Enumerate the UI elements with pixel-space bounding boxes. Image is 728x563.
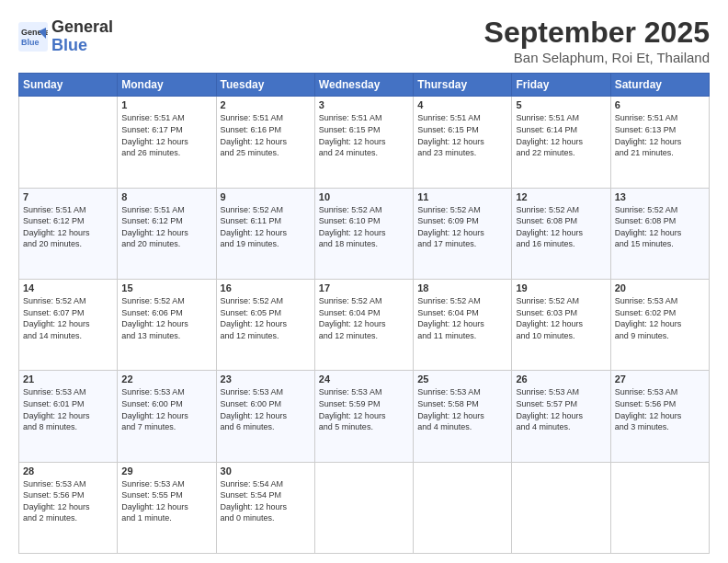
day-number: 15 [121, 282, 211, 293]
calendar-cell: 23Sunrise: 5:53 AM Sunset: 6:00 PM Dayli… [216, 371, 314, 462]
day-info: Sunrise: 5:51 AM Sunset: 6:15 PM Dayligh… [417, 112, 507, 158]
calendar-cell: 28Sunrise: 5:53 AM Sunset: 5:56 PM Dayli… [19, 462, 118, 553]
day-number: 6 [615, 99, 705, 110]
day-info: Sunrise: 5:52 AM Sunset: 6:10 PM Dayligh… [319, 204, 409, 250]
svg-rect-0 [18, 22, 48, 52]
day-number: 24 [319, 373, 409, 385]
day-number: 1 [121, 99, 211, 110]
calendar-cell: 27Sunrise: 5:53 AM Sunset: 5:56 PM Dayli… [610, 371, 709, 462]
day-info: Sunrise: 5:52 AM Sunset: 6:04 PM Dayligh… [417, 295, 507, 341]
calendar-week-4: 21Sunrise: 5:53 AM Sunset: 6:01 PM Dayli… [19, 371, 710, 462]
calendar-cell [610, 462, 709, 553]
day-number: 14 [23, 282, 113, 293]
col-wednesday: Wednesday [314, 74, 413, 97]
day-info: Sunrise: 5:52 AM Sunset: 6:08 PM Dayligh… [516, 204, 606, 250]
day-number: 2 [221, 99, 311, 110]
day-number: 8 [121, 191, 211, 202]
day-number: 16 [221, 282, 311, 293]
calendar-cell: 10Sunrise: 5:52 AM Sunset: 6:10 PM Dayli… [314, 188, 413, 279]
day-info: Sunrise: 5:51 AM Sunset: 6:17 PM Dayligh… [121, 112, 211, 158]
day-number: 3 [319, 99, 409, 110]
calendar-cell: 19Sunrise: 5:52 AM Sunset: 6:03 PM Dayli… [512, 280, 610, 371]
day-info: Sunrise: 5:51 AM Sunset: 6:12 PM Dayligh… [23, 204, 113, 250]
calendar-cell: 21Sunrise: 5:53 AM Sunset: 6:01 PM Dayli… [19, 371, 118, 462]
calendar-cell: 14Sunrise: 5:52 AM Sunset: 6:07 PM Dayli… [19, 280, 118, 371]
calendar-cell: 26Sunrise: 5:53 AM Sunset: 5:57 PM Dayli… [512, 371, 610, 462]
calendar-cell: 8Sunrise: 5:51 AM Sunset: 6:12 PM Daylig… [118, 188, 216, 279]
header: General Blue General Blue September 2025… [18, 15, 710, 65]
calendar-cell [19, 97, 118, 188]
calendar-week-2: 7Sunrise: 5:51 AM Sunset: 6:12 PM Daylig… [19, 188, 710, 279]
day-info: Sunrise: 5:51 AM Sunset: 6:14 PM Dayligh… [516, 112, 606, 158]
day-number: 25 [417, 373, 507, 385]
day-number: 29 [121, 465, 211, 477]
day-info: Sunrise: 5:51 AM Sunset: 6:12 PM Dayligh… [121, 204, 211, 250]
day-number: 4 [417, 99, 507, 110]
calendar-cell: 25Sunrise: 5:53 AM Sunset: 5:58 PM Dayli… [414, 371, 512, 462]
calendar-cell: 6Sunrise: 5:51 AM Sunset: 6:13 PM Daylig… [610, 97, 709, 188]
calendar-header-row: Sunday Monday Tuesday Wednesday Thursday… [19, 74, 710, 97]
calendar-cell: 29Sunrise: 5:53 AM Sunset: 5:55 PM Dayli… [118, 462, 216, 553]
day-number: 20 [615, 282, 705, 293]
calendar-week-5: 28Sunrise: 5:53 AM Sunset: 5:56 PM Dayli… [19, 462, 710, 553]
calendar-cell: 18Sunrise: 5:52 AM Sunset: 6:04 PM Dayli… [414, 280, 512, 371]
day-number: 7 [23, 191, 113, 202]
day-number: 10 [319, 191, 409, 202]
calendar-week-1: 1Sunrise: 5:51 AM Sunset: 6:17 PM Daylig… [19, 97, 710, 188]
day-number: 19 [516, 282, 606, 293]
day-number: 13 [615, 191, 705, 202]
col-thursday: Thursday [414, 74, 512, 97]
page: General Blue General Blue September 2025… [0, 0, 728, 563]
calendar: Sunday Monday Tuesday Wednesday Thursday… [18, 73, 710, 554]
calendar-cell: 20Sunrise: 5:53 AM Sunset: 6:02 PM Dayli… [610, 280, 709, 371]
day-number: 23 [221, 373, 311, 385]
day-info: Sunrise: 5:53 AM Sunset: 5:55 PM Dayligh… [121, 478, 211, 524]
day-number: 27 [615, 373, 705, 385]
logo-icon: General Blue [18, 22, 48, 52]
col-saturday: Saturday [610, 74, 709, 97]
calendar-cell [414, 462, 512, 553]
logo-line1: General [51, 17, 113, 36]
logo-text: General Blue [51, 18, 113, 55]
calendar-cell: 9Sunrise: 5:52 AM Sunset: 6:11 PM Daylig… [216, 188, 314, 279]
calendar-cell: 11Sunrise: 5:52 AM Sunset: 6:09 PM Dayli… [414, 188, 512, 279]
month-title: September 2025 [484, 15, 710, 50]
col-friday: Friday [512, 74, 610, 97]
day-info: Sunrise: 5:53 AM Sunset: 5:57 PM Dayligh… [516, 386, 606, 432]
calendar-cell: 1Sunrise: 5:51 AM Sunset: 6:17 PM Daylig… [118, 97, 216, 188]
day-number: 17 [319, 282, 409, 293]
day-info: Sunrise: 5:52 AM Sunset: 6:08 PM Dayligh… [615, 204, 705, 250]
col-monday: Monday [118, 74, 216, 97]
day-info: Sunrise: 5:53 AM Sunset: 6:01 PM Dayligh… [23, 386, 113, 432]
day-number: 30 [221, 465, 311, 477]
day-number: 5 [516, 99, 606, 110]
day-number: 22 [121, 373, 211, 385]
day-info: Sunrise: 5:52 AM Sunset: 6:09 PM Dayligh… [417, 204, 507, 250]
col-sunday: Sunday [19, 74, 118, 97]
svg-text:Blue: Blue [21, 38, 40, 47]
day-info: Sunrise: 5:52 AM Sunset: 6:05 PM Dayligh… [221, 295, 311, 341]
calendar-cell: 5Sunrise: 5:51 AM Sunset: 6:14 PM Daylig… [512, 97, 610, 188]
logo: General Blue General Blue [18, 18, 113, 55]
calendar-cell: 16Sunrise: 5:52 AM Sunset: 6:05 PM Dayli… [216, 280, 314, 371]
day-info: Sunrise: 5:52 AM Sunset: 6:04 PM Dayligh… [319, 295, 409, 341]
calendar-cell [314, 462, 413, 553]
day-info: Sunrise: 5:53 AM Sunset: 6:00 PM Dayligh… [221, 386, 311, 432]
calendar-cell: 30Sunrise: 5:54 AM Sunset: 5:54 PM Dayli… [216, 462, 314, 553]
calendar-cell: 4Sunrise: 5:51 AM Sunset: 6:15 PM Daylig… [414, 97, 512, 188]
day-number: 26 [516, 373, 606, 385]
calendar-cell: 3Sunrise: 5:51 AM Sunset: 6:15 PM Daylig… [314, 97, 413, 188]
day-info: Sunrise: 5:53 AM Sunset: 5:58 PM Dayligh… [417, 386, 507, 432]
day-number: 28 [23, 465, 113, 477]
calendar-cell: 15Sunrise: 5:52 AM Sunset: 6:06 PM Dayli… [118, 280, 216, 371]
title-block: September 2025 Ban Selaphum, Roi Et, Tha… [484, 15, 710, 65]
day-info: Sunrise: 5:53 AM Sunset: 6:00 PM Dayligh… [121, 386, 211, 432]
day-number: 9 [221, 191, 311, 202]
calendar-cell: 13Sunrise: 5:52 AM Sunset: 6:08 PM Dayli… [610, 188, 709, 279]
day-number: 12 [516, 191, 606, 202]
day-info: Sunrise: 5:53 AM Sunset: 5:59 PM Dayligh… [319, 386, 409, 432]
day-info: Sunrise: 5:51 AM Sunset: 6:16 PM Dayligh… [221, 112, 311, 158]
location-title: Ban Selaphum, Roi Et, Thailand [484, 50, 710, 65]
day-info: Sunrise: 5:54 AM Sunset: 5:54 PM Dayligh… [221, 478, 311, 524]
calendar-cell: 22Sunrise: 5:53 AM Sunset: 6:00 PM Dayli… [118, 371, 216, 462]
